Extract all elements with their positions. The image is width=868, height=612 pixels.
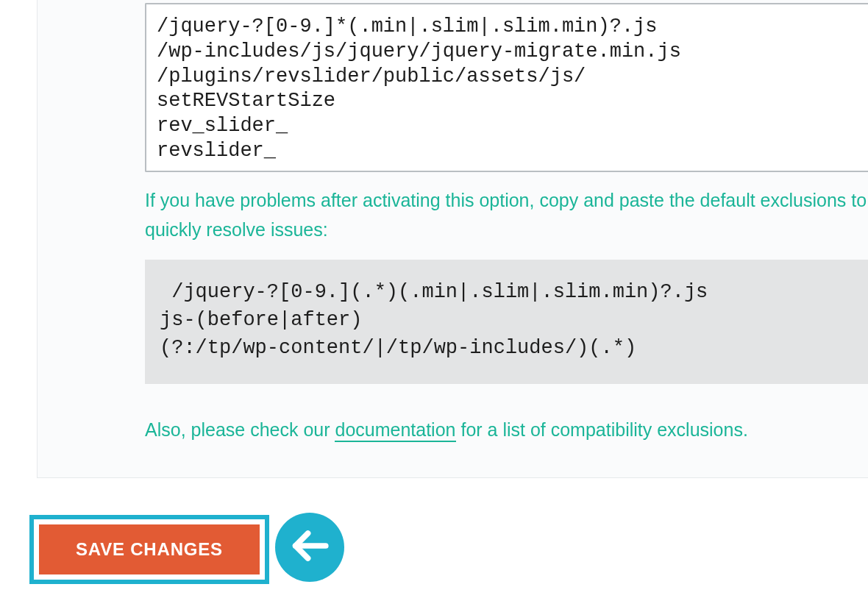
arrow-left-icon xyxy=(288,524,331,570)
save-button-highlight: SAVE CHANGES xyxy=(29,515,269,584)
documentation-link[interactable]: documentation xyxy=(335,419,455,442)
settings-panel: If you have problems after activating th… xyxy=(37,0,868,478)
documentation-line: Also, please check our documentation for… xyxy=(145,415,868,444)
doc-line-suffix: for a list of compatibility exclusions. xyxy=(456,419,748,440)
helper-text: If you have problems after activating th… xyxy=(145,185,868,244)
arrow-left-badge xyxy=(275,513,344,582)
doc-line-prefix: Also, please check our xyxy=(145,419,335,440)
exclusion-patterns-textarea[interactable] xyxy=(145,3,868,172)
default-exclusions-code: /jquery-?[0-9.](.*)(.min|.slim|.slim.min… xyxy=(145,260,868,384)
save-changes-button[interactable]: SAVE CHANGES xyxy=(39,524,260,574)
